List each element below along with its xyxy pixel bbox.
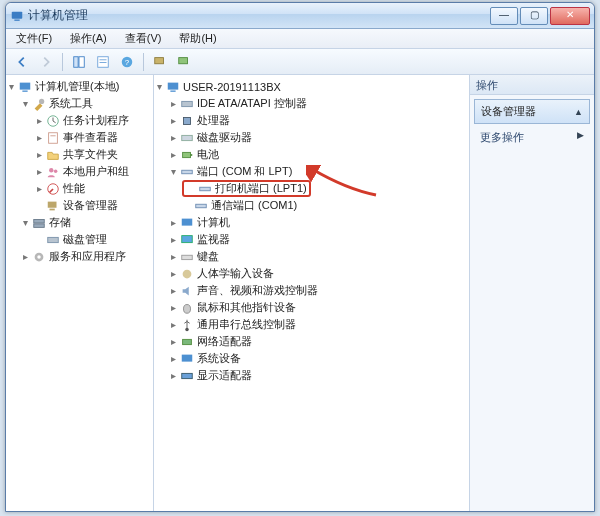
tree-root[interactable]: ▾ 计算机管理(本地) [6, 78, 153, 95]
device-tree-pane[interactable]: ▾ USER-20191113BX ▸IDE ATA/ATAPI 控制器 ▸处理… [154, 75, 470, 511]
device-network[interactable]: ▸网络适配器 [154, 333, 469, 350]
svg-rect-23 [34, 223, 45, 227]
expand-icon[interactable]: ▸ [168, 353, 179, 364]
collapse-icon[interactable]: ▾ [20, 98, 31, 109]
titlebar[interactable]: 计算机管理 — ▢ ✕ [6, 3, 594, 29]
tree-storage[interactable]: ▾ 存储 [6, 214, 153, 231]
tree-system-tools[interactable]: ▾ 系统工具 [6, 95, 153, 112]
tree-shared-folders[interactable]: ▸ 共享文件夹 [6, 146, 153, 163]
expand-icon[interactable]: ▸ [34, 149, 45, 160]
help-button[interactable]: ? [117, 52, 137, 72]
forward-button[interactable] [36, 52, 56, 72]
chevron-up-icon: ▲ [574, 107, 583, 117]
computer-icon [166, 80, 180, 94]
expand-icon[interactable]: ▸ [34, 183, 45, 194]
expand-icon[interactable]: ▸ [20, 251, 31, 262]
expand-icon[interactable]: ▸ [34, 166, 45, 177]
event-icon [46, 131, 60, 145]
close-button[interactable]: ✕ [550, 7, 590, 25]
tree-services-apps[interactable]: ▸ 服务和应用程序 [6, 248, 153, 265]
device-cdrom[interactable]: ▸磁盘驱动器 [154, 129, 469, 146]
device-host[interactable]: ▾ USER-20191113BX [154, 78, 469, 95]
app-icon [10, 9, 24, 23]
device-com1[interactable]: 通信端口 (COM1) [154, 197, 469, 214]
services-icon [32, 250, 46, 264]
device-lpt1-row: 打印机端口 (LPT1) [154, 180, 469, 197]
collapse-icon[interactable]: ▾ [20, 217, 31, 228]
expand-icon[interactable]: ▸ [168, 319, 179, 330]
refresh-button[interactable] [174, 52, 194, 72]
actions-more[interactable]: 更多操作 ▶ [480, 130, 584, 145]
svg-rect-34 [182, 170, 193, 174]
expand-icon[interactable]: ▸ [168, 268, 179, 279]
expand-icon[interactable]: ▸ [168, 251, 179, 262]
usb-icon [180, 318, 194, 332]
scan-button[interactable] [150, 52, 170, 72]
expand-icon[interactable]: ▸ [168, 98, 179, 109]
device-cpu[interactable]: ▸处理器 [154, 112, 469, 129]
device-usb[interactable]: ▸通用串行总线控制器 [154, 316, 469, 333]
device-label: 网络适配器 [197, 334, 252, 349]
expand-icon[interactable]: ▸ [168, 132, 179, 143]
collapse-icon[interactable]: ▾ [154, 81, 165, 92]
device-mouse[interactable]: ▸鼠标和其他指针设备 [154, 299, 469, 316]
device-label[interactable]: 打印机端口 (LPT1) [215, 181, 307, 196]
collapse-icon[interactable]: ▾ [6, 81, 17, 92]
window-title: 计算机管理 [28, 7, 88, 24]
svg-rect-15 [49, 132, 58, 143]
actions-selected-item[interactable]: 设备管理器 ▲ [474, 99, 590, 124]
svg-rect-21 [50, 208, 55, 210]
svg-rect-38 [182, 235, 193, 242]
expand-icon[interactable]: ▸ [168, 302, 179, 313]
device-ide[interactable]: ▸IDE ATA/ATAPI 控制器 [154, 95, 469, 112]
port-icon [194, 199, 208, 213]
svg-point-42 [185, 327, 189, 331]
svg-rect-2 [74, 56, 78, 67]
svg-rect-31 [182, 135, 193, 140]
tree-local-users[interactable]: ▸ 本地用户和组 [6, 163, 153, 180]
device-monitor[interactable]: ▸监视器 [154, 231, 469, 248]
tree-task-scheduler[interactable]: ▸ 任务计划程序 [6, 112, 153, 129]
device-hid[interactable]: ▸人体学输入设备 [154, 265, 469, 282]
expand-icon[interactable]: ▸ [168, 234, 179, 245]
device-ports[interactable]: ▾端口 (COM 和 LPT) [154, 163, 469, 180]
tools-icon [32, 97, 46, 111]
maximize-button[interactable]: ▢ [520, 7, 548, 25]
left-pane[interactable]: ▾ 计算机管理(本地) ▾ 系统工具 ▸ 任务计划程序 ▸ 事件查看器 ▸ [6, 75, 154, 511]
expand-icon[interactable]: ▸ [168, 115, 179, 126]
collapse-icon[interactable]: ▾ [168, 166, 179, 177]
expand-icon[interactable]: ▸ [168, 149, 179, 160]
expand-icon[interactable]: ▸ [34, 115, 45, 126]
device-media[interactable]: ▸声音、视频和游戏控制器 [154, 282, 469, 299]
computer-icon [180, 216, 194, 230]
device-label: 计算机 [197, 215, 230, 230]
menu-action[interactable]: 操作(A) [66, 29, 111, 48]
tree-device-manager[interactable]: 设备管理器 [6, 197, 153, 214]
back-button[interactable] [12, 52, 32, 72]
computer-management-window: 计算机管理 — ▢ ✕ 文件(F) 操作(A) 查看(V) 帮助(H) ? ▾ … [5, 2, 595, 512]
expand-icon[interactable]: ▸ [168, 336, 179, 347]
device-battery[interactable]: ▸电池 [154, 146, 469, 163]
device-display[interactable]: ▸显示适配器 [154, 367, 469, 384]
expand-icon[interactable]: ▸ [34, 132, 45, 143]
tree-performance[interactable]: ▸ 性能 [6, 180, 153, 197]
device-keyboard[interactable]: ▸键盘 [154, 248, 469, 265]
svg-rect-33 [191, 154, 193, 156]
device-label: 通用串行总线控制器 [197, 317, 296, 332]
tree-event-viewer[interactable]: ▸ 事件查看器 [6, 129, 153, 146]
expand-icon[interactable]: ▸ [168, 370, 179, 381]
menu-view[interactable]: 查看(V) [121, 29, 166, 48]
device-sysdev[interactable]: ▸系统设备 [154, 350, 469, 367]
tree-disk-management[interactable]: 磁盘管理 [6, 231, 153, 248]
expand-icon[interactable]: ▸ [168, 217, 179, 228]
device-label: 端口 (COM 和 LPT) [197, 164, 292, 179]
expand-icon[interactable]: ▸ [168, 285, 179, 296]
show-hide-tree-button[interactable] [69, 52, 89, 72]
menu-file[interactable]: 文件(F) [12, 29, 56, 48]
properties-button[interactable] [93, 52, 113, 72]
device-label: 键盘 [197, 249, 219, 264]
minimize-button[interactable]: — [490, 7, 518, 25]
menu-help[interactable]: 帮助(H) [175, 29, 220, 48]
svg-point-13 [39, 98, 44, 103]
device-computer[interactable]: ▸计算机 [154, 214, 469, 231]
